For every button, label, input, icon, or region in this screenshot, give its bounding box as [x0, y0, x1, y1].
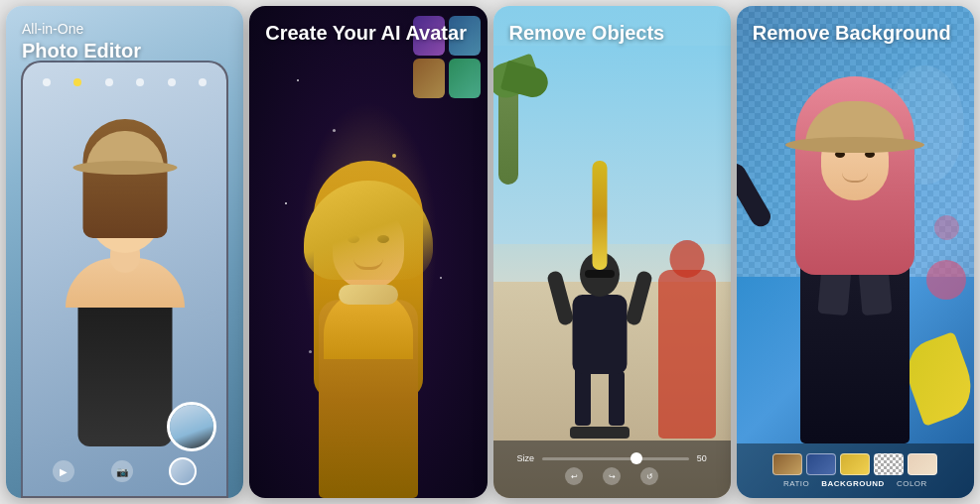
background-thumbs-row [772, 453, 937, 475]
smile [842, 173, 868, 183]
size-label: Size [516, 453, 534, 463]
size-control-row: Size 50 [516, 453, 706, 463]
left-leg [575, 366, 591, 426]
bottom-toolbar: Size 50 ↩ ↪ ↺ [493, 441, 731, 498]
panel-1-title-line2: Photo Editor [22, 38, 227, 63]
skater-body [573, 295, 628, 374]
red-body [658, 270, 716, 439]
circle-thumbnail[interactable] [167, 402, 216, 451]
girl-figure [66, 139, 185, 446]
photo-thumb-4 [449, 59, 481, 98]
panel-2-title: Create Your AI Avatar [249, 6, 487, 56]
app-container: All-in-One Photo Editor [0, 0, 980, 504]
size-slider-thumb[interactable] [630, 452, 642, 464]
person-figure [761, 66, 950, 443]
toolbar-dot-3 [105, 78, 113, 86]
tab-labels-row: RATIO BACKGROUND COLOR [783, 479, 927, 488]
avatar-collar [339, 285, 398, 305]
panel-1-title: All-in-One Photo Editor [6, 6, 243, 73]
avatar-icon[interactable] [169, 457, 197, 485]
bg-thumb-1[interactable] [772, 453, 802, 475]
tab-background[interactable]: BACKGROUND [821, 479, 885, 488]
panel-4-title-text: Remove Background [753, 22, 951, 44]
toolbar-dot-1 [43, 78, 51, 86]
toolbar-dot-4 [136, 78, 144, 86]
girl-hat-brim [72, 161, 177, 175]
action-buttons-row: ↩ ↪ ↺ [565, 467, 658, 485]
circle-thumbnail-inner [170, 405, 213, 448]
red-head [669, 240, 704, 278]
large-hat-brim [785, 137, 924, 153]
toolbar-dot-6 [199, 78, 207, 86]
skater-figure [565, 215, 634, 434]
remove-background-panel: Remove Background [737, 6, 974, 498]
avatar-figure [289, 81, 448, 498]
tab-ratio[interactable]: RATIO [783, 479, 809, 488]
phone-toolbar-bottom: ▶ 📷 [23, 456, 226, 486]
panel-4-title: Remove Background [737, 6, 974, 56]
right-leg [609, 371, 625, 426]
panel-3-title-text: Remove Objects [509, 22, 665, 44]
bg-thumb-3[interactable] [840, 453, 870, 475]
redo-icon[interactable]: ↪ [603, 467, 621, 485]
bg-thumb-5[interactable] [908, 453, 937, 475]
panel-1-title-line1: All-in-One [22, 20, 227, 38]
skateboard [570, 427, 630, 439]
phone-screen: ▶ 📷 [23, 63, 226, 496]
toolbar-dot-5 [168, 78, 176, 86]
video-icon[interactable]: ▶ [53, 460, 74, 482]
bg-thumb-2[interactable] [806, 453, 836, 475]
bg-thumb-4[interactable] [874, 453, 904, 475]
panel-2-title-text: Create Your AI Avatar [265, 22, 467, 44]
surfboard [593, 161, 608, 270]
removed-person-silhouette [658, 270, 716, 439]
photo-editor-panel: All-in-One Photo Editor [6, 6, 243, 498]
size-value: 50 [697, 453, 707, 463]
undo-icon[interactable]: ↩ [565, 467, 583, 485]
tab-color[interactable]: COLOR [897, 479, 927, 488]
camera-icon[interactable]: 📷 [111, 460, 133, 482]
ai-avatar-panel: Create Your AI Avatar [249, 6, 487, 498]
remove-objects-panel: Remove Objects [493, 6, 731, 498]
palm-trunk-left [498, 85, 518, 185]
phone-toolbar-top [23, 70, 226, 94]
sunglasses [585, 270, 615, 278]
toolbar-dot-2 [73, 78, 81, 86]
bottom-toolbar-4: RATIO BACKGROUND COLOR [737, 443, 974, 498]
size-slider[interactable] [542, 457, 689, 460]
reset-icon[interactable]: ↺ [640, 467, 658, 485]
panel-3-title: Remove Objects [493, 6, 731, 56]
phone-mockup: ▶ 📷 [21, 61, 228, 498]
